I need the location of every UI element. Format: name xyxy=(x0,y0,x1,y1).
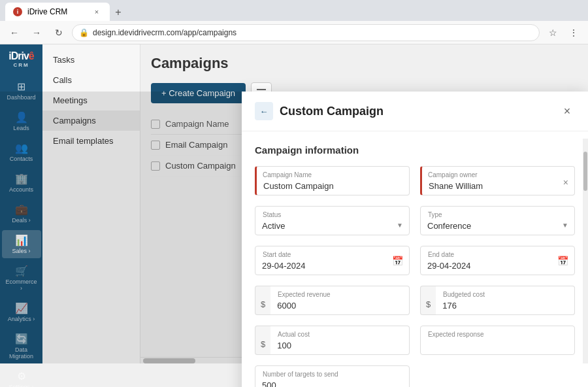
targets-group: Number of targets to send document.curre… xyxy=(255,365,410,387)
budgeted-cost-input[interactable] xyxy=(436,286,575,315)
campaign-name-group: Campaign Name document.currentScript.pre… xyxy=(255,166,410,195)
settings-icon: ⚙ xyxy=(17,370,26,382)
targets-label: Number of targets to send xyxy=(263,371,338,378)
active-tab[interactable]: i iDrive CRM × xyxy=(5,3,110,21)
type-label: Type xyxy=(428,211,442,218)
form-row-targets: Number of targets to send document.curre… xyxy=(255,365,575,387)
modal-scrollbar[interactable] xyxy=(583,139,588,363)
sidebar-item-tasks[interactable]: Tasks xyxy=(42,50,140,70)
expected-revenue-group: Expected revenue $ document.currentScrip… xyxy=(255,286,410,315)
campaign-owner-input[interactable] xyxy=(420,166,575,195)
page-title: Campaigns xyxy=(151,55,578,72)
form-row-name-owner: Campaign Name document.currentScript.pre… xyxy=(255,166,575,195)
new-tab-button[interactable]: + xyxy=(110,4,127,21)
expected-revenue-input[interactable] xyxy=(270,286,410,315)
status-select[interactable]: Active Inactive xyxy=(255,206,410,235)
modal-close-button[interactable]: × xyxy=(559,103,575,119)
expected-response-group: Expected response xyxy=(420,326,575,355)
campaign-name-label: Campaign Name xyxy=(263,171,312,178)
more-button[interactable]: ⋮ xyxy=(564,24,583,42)
modal-body: Campaign information Campaign Name docum… xyxy=(242,131,588,387)
start-date-label: Start date xyxy=(263,251,291,258)
sidebar-item-calls[interactable]: Calls xyxy=(42,70,140,90)
scrollbar-thumb xyxy=(583,152,587,191)
budgeted-cost-group: Budgeted cost $ document.currentScript.p… xyxy=(420,286,575,315)
status-group: Status Active Inactive ▼ xyxy=(255,206,410,235)
type-group: Type Conference Webinar Email ▼ xyxy=(420,206,575,235)
tab-title: iDrive CRM xyxy=(27,7,67,16)
campaign-name-input[interactable] xyxy=(255,166,410,195)
start-date-calendar-icon: 📅 xyxy=(392,256,403,266)
url-bar[interactable]: 🔒 design.idevidrivecrm.com/app/campaigns xyxy=(72,24,540,41)
modal-title: Custom Campaign xyxy=(280,105,553,118)
url-text: design.idevidrivecrm.com/app/campaigns xyxy=(93,28,237,37)
start-date-group: Start date document.currentScript.previo… xyxy=(255,246,410,275)
modal-header: ← Custom Campaign × xyxy=(242,92,588,131)
actual-cost-group: Actual cost $ document.currentScript.pre… xyxy=(255,326,410,355)
expected-response-label: Expected response xyxy=(428,331,484,338)
form-row-revenue-cost: Expected revenue $ document.currentScrip… xyxy=(255,286,575,315)
end-date-input[interactable] xyxy=(420,246,575,275)
end-date-group: End date document.currentScript.previous… xyxy=(420,246,575,275)
app-logo: iDrivê CRM xyxy=(8,50,33,69)
campaign-owner-group: Campaign owner document.currentScript.pr… xyxy=(420,166,575,195)
forward-button[interactable]: → xyxy=(27,24,46,42)
end-date-calendar-icon: 📅 xyxy=(557,256,568,266)
status-label: Status xyxy=(263,211,281,218)
currency-symbol-cost: $ xyxy=(420,286,436,315)
clear-owner-icon[interactable]: × xyxy=(563,177,568,185)
tab-bar: i iDrive CRM × + xyxy=(0,0,588,21)
modal-overlay: ← Custom Campaign × Campaign information… xyxy=(0,92,588,363)
campaign-modal: ← Custom Campaign × Campaign information… xyxy=(242,92,588,387)
budgeted-cost-label: Budgeted cost xyxy=(443,291,485,298)
campaign-owner-label: Campaign owner xyxy=(428,171,478,178)
svg-rect-0 xyxy=(257,89,266,90)
form-row-status-type: Status Active Inactive ▼ Type Conference… xyxy=(255,206,575,235)
modal-back-button[interactable]: ← xyxy=(255,102,273,120)
tab-close-btn[interactable]: × xyxy=(91,7,102,17)
secure-icon: 🔒 xyxy=(79,28,89,37)
form-row-actual-response: Actual cost $ document.currentScript.pre… xyxy=(255,326,575,355)
refresh-button[interactable]: ↻ xyxy=(50,24,68,42)
sidebar-item-settings[interactable]: ⚙ Settings › xyxy=(2,366,41,387)
start-date-input[interactable] xyxy=(255,246,410,275)
back-button[interactable]: ← xyxy=(5,24,24,42)
expected-response-input[interactable] xyxy=(420,326,575,355)
expected-revenue-label: Expected revenue xyxy=(278,291,331,298)
type-select[interactable]: Conference Webinar Email xyxy=(420,206,575,235)
form-row-dates: Start date document.currentScript.previo… xyxy=(255,246,575,275)
currency-symbol-actual: $ xyxy=(255,326,270,355)
section-campaign-info: Campaign information xyxy=(255,144,575,156)
dashboard-icon: ⊞ xyxy=(17,80,25,93)
currency-symbol-revenue: $ xyxy=(255,286,270,315)
end-date-label: End date xyxy=(428,251,454,258)
sidebar-item-label: Settings › xyxy=(8,384,33,387)
actual-cost-input[interactable] xyxy=(270,326,410,355)
actual-cost-label: Actual cost xyxy=(278,331,310,338)
bookmark-button[interactable]: ☆ xyxy=(544,24,562,42)
nav-bar: ← → ↻ 🔒 design.idevidrivecrm.com/app/cam… xyxy=(0,21,588,44)
tab-favicon: i xyxy=(13,7,22,16)
